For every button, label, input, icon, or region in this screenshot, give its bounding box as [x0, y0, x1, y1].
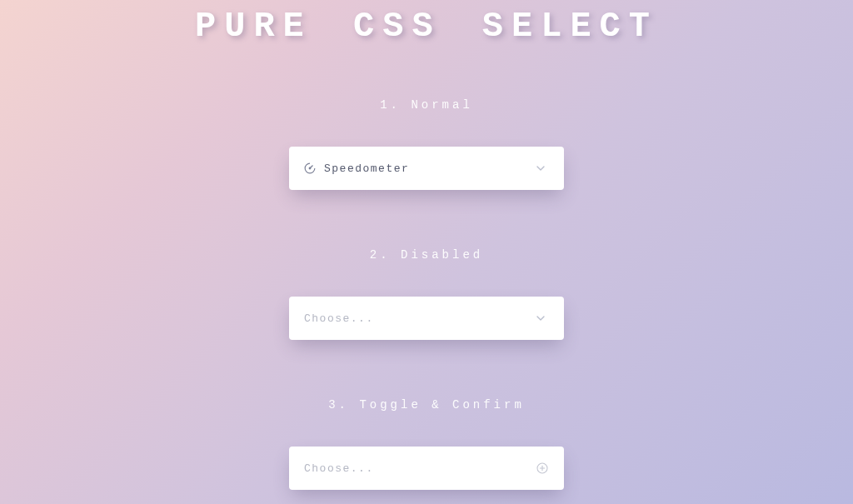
speedometer-icon [304, 162, 316, 174]
section-disabled-label: 2. Disabled [370, 248, 483, 262]
select-normal-value: Speedometer [324, 162, 409, 175]
chevron-down-icon [534, 162, 547, 175]
select-disabled-placeholder: Choose... [304, 312, 374, 325]
chevron-down-icon [534, 312, 547, 325]
svg-point-0 [309, 167, 311, 169]
select-toggle-placeholder: Choose... [304, 462, 374, 475]
plus-circle-icon [536, 462, 549, 475]
select-toggle[interactable]: Choose... [289, 447, 564, 490]
select-normal[interactable]: Speedometer [289, 147, 564, 190]
section-normal-label: 1. Normal [380, 98, 473, 112]
section-toggle-label: 3. Toggle & Confirm [328, 398, 525, 412]
select-disabled: Choose... [289, 297, 564, 340]
page-title: PURE CSS SELECT [195, 7, 658, 47]
